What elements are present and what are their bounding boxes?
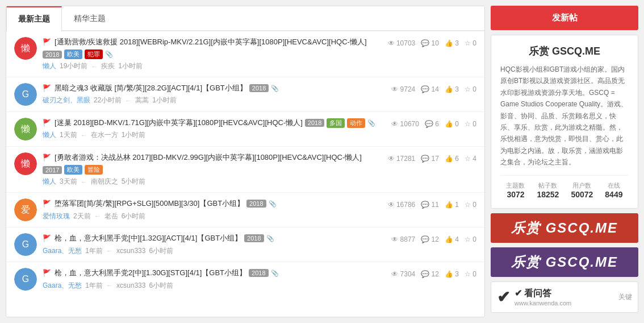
post-button[interactable]: 发新帖 xyxy=(491,6,638,30)
logo-red-text: 乐赏 GSCQ.ME xyxy=(511,219,618,237)
thread-title-row: 🚩 堕落军团[简/英/繁][RPG+SLG][500MB][3/30]【GBT小… xyxy=(43,198,382,209)
thread-badge: 多国 xyxy=(327,118,345,128)
thread-replier[interactable]: 老岳 xyxy=(104,212,118,221)
avatar-image: G xyxy=(14,233,37,256)
thread-title[interactable]: 枪，血，意大利黑手党2[中][1.30G][STG][4/1]【GBT小组】 xyxy=(55,268,246,278)
tab-featured[interactable]: 精华主题 xyxy=(62,6,118,31)
thread-replier[interactable]: 疾疾 xyxy=(101,61,115,71)
thread-badge: 2018 xyxy=(244,234,264,242)
stat-value: 50072 xyxy=(571,190,593,199)
avatar: G xyxy=(14,268,37,291)
stat-item: 用户数 50072 xyxy=(571,181,593,199)
star-count: ☆ 0 xyxy=(465,270,476,278)
kanwenda-box[interactable]: ✔ ✔ 看问答 www.kanwenda.com 关键 xyxy=(491,281,638,313)
stat-label: 主题数 xyxy=(506,181,525,190)
thread-title[interactable]: 黑暗之魂3 收藏版 [简/繁/英][28.2G][ACT][4/1]【GBT小组… xyxy=(55,83,247,93)
thread-left: 🚩 堕落军团[简/英/繁][RPG+SLG][500MB][3/30]【GBT小… xyxy=(43,198,382,221)
post-time: 22小时前 xyxy=(94,96,122,105)
reply-time: 1小时前 xyxy=(122,130,146,140)
star-count: ☆ 0 xyxy=(465,39,476,47)
attachment-icon: 📎 xyxy=(266,235,274,242)
thumb-count: 👍 3 xyxy=(445,270,459,278)
thread-author[interactable]: Gaara、无愁 xyxy=(43,281,82,291)
thread-title[interactable]: [迷巢 2018][BD-MKV/1.71G][内嵌中英字幕][1080P][H… xyxy=(55,118,303,128)
thread-title-row: 🚩 [通勤营救/疾速救援 2018][WEBRip-MKV/2.21G][内嵌中… xyxy=(43,37,382,59)
comment-count: 💬 6 xyxy=(425,120,439,128)
view-count: 👁 7304 xyxy=(391,270,415,278)
avatar: 懒 xyxy=(14,152,37,175)
attachment-icon: 📎 xyxy=(367,119,375,127)
arrow-icon: ← xyxy=(91,63,98,71)
thread-author[interactable]: 懒人 xyxy=(43,61,56,71)
thumb-count: 👍 6 xyxy=(445,155,459,163)
thread-item: 懒 🚩 [勇敢者游戏：决战丛林 2017][BD-MKV/2.99G][内嵌中英… xyxy=(6,147,484,193)
about-box: 乐赏 GSCQ.ME HQC影视小组和GBT游戏小组的家。国内原创BT影视以及游… xyxy=(491,35,638,209)
kanwenda-info: ✔ 看问答 www.kanwenda.com xyxy=(515,288,571,307)
stat-value: 8449 xyxy=(605,190,622,199)
thread-title[interactable]: [通勤营救/疾速救援 2018][WEBRip-MKV/2.21G][内嵌中英字… xyxy=(55,37,367,47)
about-text: HQC影视小组和GBT游戏小组的家。国内原创BT影视以及游戏资源社区。高品质无水… xyxy=(500,64,629,168)
stat-value: 18252 xyxy=(537,190,559,199)
thumb-count: 👍 4 xyxy=(445,235,459,243)
arrow-icon: ← xyxy=(81,131,87,139)
thread-replier[interactable]: xcsun333 xyxy=(116,247,145,255)
logo-purple[interactable]: 乐赏 GSCQ.ME xyxy=(491,247,638,277)
thread-badge: 2018 xyxy=(246,200,266,208)
thread-title[interactable]: 堕落军团[简/英/繁][RPG+SLG][500MB][3/30]【GBT小组】 xyxy=(55,198,244,209)
thread-item: G 🚩 枪，血，意大利黑手党[中][1.32G][ACT][4/1]【GBT小组… xyxy=(6,227,484,262)
kanwenda-url: www.kanwenda.com xyxy=(515,300,571,307)
thread-replier[interactable]: 蒿蒿 xyxy=(135,96,149,105)
logo-red[interactable]: 乐赏 GSCQ.ME xyxy=(491,213,638,243)
reply-time: 6小时前 xyxy=(122,212,146,221)
thread-badge: 2017 xyxy=(43,166,62,174)
thread-replier[interactable]: 南朝庆之 xyxy=(91,177,118,187)
thread-meta: Gaara、无愁 1年前 ← xcsun333 6小时前 xyxy=(43,246,386,256)
arrow-icon: ← xyxy=(94,212,101,220)
sidebar: 发新帖 乐赏 GSCQ.ME HQC影视小组和GBT游戏小组的家。国内原创BT影… xyxy=(491,6,638,317)
thread-author[interactable]: Gaara、无愁 xyxy=(43,246,82,256)
thread-author[interactable]: 破刃之剑、黑眼 xyxy=(43,96,90,105)
avatar-image: 懒 xyxy=(14,152,37,175)
view-count: 👁 10670 xyxy=(391,120,419,128)
thread-title-row: 🚩 黑暗之魂3 收藏版 [简/繁/英][28.2G][ACT][4/1]【GBT… xyxy=(43,83,386,93)
view-count: 👁 9724 xyxy=(391,85,415,93)
thread-left: 🚩 枪，血，意大利黑手党2[中][1.30G][STG][4/1]【GBT小组】… xyxy=(43,268,386,290)
thread-title[interactable]: [勇敢者游戏：决战丛林 2017][BD-MKV/2.99G][内嵌中英字幕][… xyxy=(55,152,362,163)
thread-author[interactable]: 爱情玫瑰 xyxy=(43,212,70,221)
attachment-icon: 📎 xyxy=(269,200,277,208)
thread-badge: 冒险 xyxy=(85,165,103,175)
thread-badge: 2018 xyxy=(305,119,324,127)
thread-item: 爱 🚩 堕落军团[简/英/繁][RPG+SLG][500MB][3/30]【GB… xyxy=(6,193,484,227)
thread-row: 🚩 堕落军团[简/英/繁][RPG+SLG][500MB][3/30]【GBT小… xyxy=(43,198,476,221)
thread-badge: 动作 xyxy=(347,118,365,128)
thread-replier[interactable]: xcsun333 xyxy=(116,281,145,289)
comment-count: 💬 12 xyxy=(421,270,439,278)
thread-row: 🚩 [迷巢 2018][BD-MKV/1.71G][内嵌中英字幕][1080P]… xyxy=(43,118,476,140)
star-count: ☆ 4 xyxy=(465,155,476,163)
thread-author[interactable]: 懒人 xyxy=(43,177,56,187)
star-count: ☆ 0 xyxy=(465,120,476,128)
thread-row: 🚩 黑暗之魂3 收藏版 [简/繁/英][28.2G][ACT][4/1]【GBT… xyxy=(43,83,476,105)
thread-title[interactable]: 枪，血，意大利黑手党[中][1.32G][ACT][4/1]【GBT小组】 xyxy=(55,233,242,243)
reply-time: 1小时前 xyxy=(152,96,177,105)
stat-value: 3072 xyxy=(506,190,525,199)
stat-label: 在线 xyxy=(605,181,622,190)
thread-author[interactable]: 懒人 xyxy=(43,130,56,140)
thread-meta: 爱情玫瑰 2天前 ← 老岳 6小时前 xyxy=(43,212,382,221)
avatar: 懒 xyxy=(14,118,37,140)
thumb-count: 👍 3 xyxy=(445,39,459,47)
thread-stats: 👁 7304 💬 12 👍 3 ☆ 0 xyxy=(386,268,476,278)
thread-replier[interactable]: 在水一方 xyxy=(91,130,118,140)
thread-row: 🚩 [勇敢者游戏：决战丛林 2017][BD-MKV/2.99G][内嵌中英字幕… xyxy=(43,152,476,187)
page-container: 最新主题 精华主题 懒 🚩 [通勤营救/疾速救援 2018][WEBRip-MK… xyxy=(0,0,644,323)
stat-label: 帖子数 xyxy=(537,181,559,190)
post-time: 1年前 xyxy=(85,246,103,256)
thread-item: 懒 🚩 [通勤营救/疾速救援 2018][WEBRip-MKV/2.21G][内… xyxy=(6,31,484,77)
about-title: 乐赏 GSCQ.ME xyxy=(500,44,629,58)
thread-left: 🚩 [通勤营救/疾速救援 2018][WEBRip-MKV/2.21G][内嵌中… xyxy=(43,37,382,71)
thread-list: 懒 🚩 [通勤营救/疾速救援 2018][WEBRip-MKV/2.21G][内… xyxy=(6,31,484,296)
view-count: 👁 10703 xyxy=(388,39,416,47)
flag-icon: 🚩 xyxy=(43,234,51,242)
thread-stats: 👁 16786 💬 11 👍 1 ☆ 0 xyxy=(382,198,476,209)
tab-latest[interactable]: 最新主题 xyxy=(6,6,62,31)
